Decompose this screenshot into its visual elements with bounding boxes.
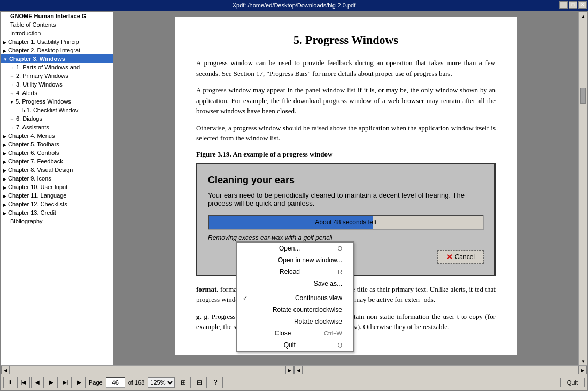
figure-caption: Figure 3.19. An example of a progress wi… <box>196 150 496 159</box>
sidebar-item-ch3-6[interactable]: →6. Dialogs <box>1 114 113 123</box>
ctx-label: Open... <box>279 245 300 252</box>
scroll-thumb[interactable] <box>580 88 586 104</box>
pdf-title: 5. Progress Windows <box>196 33 496 47</box>
ctx-shortcut: O <box>337 245 342 252</box>
pdf-area[interactable]: 5. Progress Windows A progress window ca… <box>113 12 578 365</box>
body-bold-1: format. <box>196 285 219 293</box>
ctx-item-open[interactable]: Open...O <box>237 243 353 254</box>
sidebar-hscroll-track[interactable] <box>10 366 285 374</box>
ctx-item-close[interactable]: CloseCtrl+W <box>237 327 353 339</box>
sidebar-item-ch2[interactable]: ▶Chapter 2. Desktop Integrat <box>1 46 113 54</box>
ctx-label: Rotate clockwise <box>294 318 342 325</box>
pdf-para-2: A progress window may appear in the pane… <box>196 85 496 116</box>
ctx-item-rotate-cw[interactable]: Rotate clockwise <box>237 316 353 327</box>
body-bold-2: g. <box>196 312 202 320</box>
main-window: GNOME Human Interface GTable of Contents… <box>0 11 588 391</box>
sidebar-hscroll-left[interactable]: ◀ <box>1 366 10 374</box>
sidebar-item-biblio[interactable]: Bibliography <box>1 217 113 225</box>
help-button[interactable]: ? <box>208 377 223 388</box>
sidebar: GNOME Human Interface GTable of Contents… <box>1 12 113 365</box>
sidebar-item-ch3-1[interactable]: →1. Parts of Windows and <box>1 63 113 72</box>
sidebar-item-ch9[interactable]: ▶Chapter 9. Icons <box>1 174 113 183</box>
sidebar-item-ch8[interactable]: ▶Chapter 8. Visual Design <box>1 166 113 174</box>
next-page-button[interactable]: ▶ <box>45 377 58 388</box>
sidebar-item-ch7[interactable]: ▶Chapter 7. Feedback <box>1 157 113 166</box>
cancel-label: Cancel <box>455 253 475 261</box>
figure-body: Your ears need to be periodically cleane… <box>208 191 484 207</box>
ctx-label: Close <box>275 330 291 337</box>
ctx-label: Open in new window... <box>278 256 342 264</box>
ctx-item-continuous[interactable]: ✓Continuous view <box>237 292 353 304</box>
ctx-label: Reload <box>280 268 300 276</box>
content-area: GNOME Human Interface GTable of Contents… <box>1 12 587 365</box>
vertical-scrollbar[interactable]: ▲ ▼ <box>578 12 587 365</box>
scroll-track[interactable] <box>579 20 587 357</box>
progress-bar: About 48 seconds left <box>208 215 484 230</box>
pdf-para-1: A progress window can be used to provide… <box>196 58 496 79</box>
minimize-button[interactable]: _ <box>559 1 568 9</box>
first-page-button[interactable]: |◀ <box>17 377 30 388</box>
horizontal-scrollbar-row: ◀ ▶ ◀ ▶ <box>1 365 587 374</box>
sidebar-item-ch3-5-1[interactable]: ···5.1. Checklist Windov <box>1 106 113 114</box>
sidebar-item-ch6[interactable]: ▶Chapter 6. Controls <box>1 148 113 157</box>
scroll-up-button[interactable]: ▲ <box>579 12 587 20</box>
sidebar-item-ch3[interactable]: ▼Chapter 3. Windows <box>1 54 113 63</box>
page-total-label: of 168 <box>126 379 147 386</box>
progress-bar-label: About 48 seconds left <box>209 216 483 229</box>
sidebar-hscroll-right[interactable]: ▶ <box>285 366 294 374</box>
page-label: Page <box>87 379 105 386</box>
sidebar-item-intro[interactable]: Introduction <box>1 29 113 37</box>
ctx-check-icon: ✓ <box>243 295 251 302</box>
sidebar-item-gnome-hig[interactable]: GNOME Human Interface G <box>1 12 113 20</box>
ctx-label: Continuous view <box>295 294 342 302</box>
ctx-item-rotate-ccw[interactable]: Rotate counterclockwise <box>237 304 353 316</box>
sidebar-item-toc[interactable]: Table of Contents <box>1 20 113 29</box>
pause-button[interactable]: ⏸ <box>3 377 16 388</box>
ctx-separator <box>237 291 353 291</box>
ctx-label: Rotate counterclockwise <box>273 306 342 314</box>
figure-title: Cleaning your ears <box>208 175 484 186</box>
progress-subtitle: Removing excess ear-wax with a golf penc… <box>208 234 484 241</box>
sidebar-item-ch12[interactable]: ▶Chapter 12. Checklists <box>1 200 113 208</box>
sidebar-item-ch3-4[interactable]: →4. Alerts <box>1 89 113 97</box>
last-page-button[interactable]: ▶| <box>59 377 72 388</box>
sidebar-item-ch11[interactable]: ▶Chapter 11. Language <box>1 191 113 200</box>
sidebar-item-ch1[interactable]: ▶Chapter 1. Usability Princip <box>1 37 113 46</box>
bottom-toolbar: ⏸ |◀ ◀ ▶ ▶| ▶ Page of 168 125% 100% 75% … <box>1 374 587 390</box>
pdf-hscroll-track[interactable] <box>303 366 578 374</box>
ctx-item-quit[interactable]: QuitQ <box>237 339 353 351</box>
sidebar-item-ch3-5[interactable]: ▼5. Progress Windows <box>1 97 113 106</box>
fit-page-button[interactable]: ⊞ <box>176 377 191 388</box>
titlebar-buttons: _ □ ✕ <box>559 1 587 9</box>
sidebar-item-ch3-3[interactable]: →3. Utility Windows <box>1 80 113 89</box>
pdf-hscroll-left[interactable]: ◀ <box>294 366 303 374</box>
page-input[interactable] <box>106 377 125 388</box>
ctx-shortcut: Q <box>337 342 342 348</box>
sidebar-item-ch5[interactable]: ▶Chapter 5. Toolbars <box>1 140 113 148</box>
cancel-x-icon: ✕ <box>446 253 453 261</box>
ctx-label: Save as... <box>314 280 342 287</box>
ctx-item-reload[interactable]: ReloadR <box>237 266 353 278</box>
pdf-hscroll-right[interactable]: ▶ <box>578 366 587 374</box>
sidebar-item-ch10[interactable]: ▶Chapter 10. User Input <box>1 183 113 191</box>
zoom-select[interactable]: 125% 100% 75% 150% <box>148 377 175 388</box>
ctx-item-open-new[interactable]: Open in new window... <box>237 254 353 266</box>
sidebar-item-ch4[interactable]: ▶Chapter 4. Menus <box>1 131 113 140</box>
sidebar-item-ch13[interactable]: ▶Chapter 13. Credit <box>1 208 113 217</box>
ctx-item-save-as[interactable]: Save as... <box>237 278 353 290</box>
scroll-down-button[interactable]: ▼ <box>579 357 587 365</box>
sidebar-item-ch3-7[interactable]: →7. Assistants <box>1 123 113 131</box>
pdf-para-3: Otherwise, a progress window should be r… <box>196 123 496 144</box>
titlebar: Xpdf: /home/ed/Desktop/Downloads/hig-2.0… <box>0 0 588 11</box>
titlebar-title: Xpdf: /home/ed/Desktop/Downloads/hig-2.0… <box>233 2 356 9</box>
close-button[interactable]: ✕ <box>578 1 587 9</box>
ctx-shortcut: R <box>338 269 342 275</box>
prev-page-button[interactable]: ◀ <box>31 377 44 388</box>
fit-width-button[interactable]: ⊟ <box>192 377 207 388</box>
maximize-button[interactable]: □ <box>569 1 577 9</box>
quit-button[interactable]: Quit <box>560 378 585 387</box>
nav-right-button[interactable]: ▶ <box>73 377 86 388</box>
cancel-button[interactable]: ✕ Cancel <box>437 250 484 264</box>
sidebar-item-ch3-2[interactable]: →2. Primary Windows <box>1 72 113 80</box>
ctx-shortcut: Ctrl+W <box>324 330 342 337</box>
